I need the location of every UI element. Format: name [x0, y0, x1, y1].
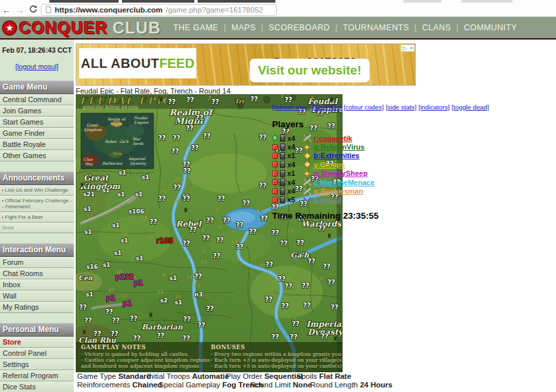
- territory-fog[interactable]: ??: [236, 221, 244, 229]
- territory-fog[interactable]: ??: [321, 333, 329, 340]
- player-link-s-mosul[interactable]: s:mosul: [314, 196, 341, 204]
- castle-icon[interactable]: ♜: [82, 329, 87, 335]
- territory-fog[interactable]: ??: [213, 252, 221, 260]
- territory-fog[interactable]: ??: [260, 215, 268, 222]
- sidebar-item-battle-royale[interactable]: Battle Royale: [0, 139, 74, 150]
- territory-fog[interactable]: ??: [182, 195, 190, 202]
- territory-fog[interactable]: ??: [105, 308, 113, 316]
- territory-fog[interactable]: ??: [206, 305, 214, 312]
- territory-fog[interactable]: ??: [217, 195, 225, 202]
- territory-fog[interactable]: ??: [182, 335, 190, 342]
- territory-fog[interactable]: ??: [211, 98, 219, 105]
- castle-icon[interactable]: ♜: [158, 96, 163, 103]
- territory-fog[interactable]: ??: [79, 304, 87, 311]
- territory-fog[interactable]: ??: [216, 237, 224, 244]
- territory-troops[interactable]: s1: [121, 237, 128, 244]
- sidebar-item-wall[interactable]: Wall: [0, 291, 74, 302]
- territory-fog[interactable]: ??: [285, 283, 292, 290]
- nav-clans[interactable]: CLANS: [409, 23, 451, 32]
- territory-troops[interactable]: s1: [114, 250, 122, 256]
- nav-maps[interactable]: MAPS: [218, 23, 256, 32]
- territory-troops[interactable]: s1: [86, 291, 94, 298]
- sidebar-item-settings[interactable]: Settings: [0, 359, 74, 370]
- territory-fog[interactable]: ??: [259, 134, 267, 141]
- territory-troops-colored[interactable]: p1: [106, 294, 115, 302]
- link-map-size[interactable]: [map size]: [312, 103, 342, 111]
- territory-troops[interactable]: s1: [84, 229, 92, 235]
- player-link-o-rockiesman[interactable]: o:Rockiesman: [314, 187, 363, 195]
- logout-link[interactable]: [logout mosul]: [0, 63, 74, 70]
- link-side-stats[interactable]: [side stats]: [385, 103, 416, 111]
- territory-fog[interactable]: ??: [290, 333, 298, 341]
- player-link-g-belgianvirus[interactable]: g:BelgianVirus: [314, 143, 364, 151]
- sidebar-item-fight-for-a-beer[interactable]: ▪Fight For a Beer: [0, 212, 74, 223]
- player-link-b-extremities[interactable]: b:Extremities: [314, 152, 360, 159]
- territory-troops[interactable]: s16: [86, 264, 98, 270]
- site-logo[interactable]: ★ CONQUER CLUB: [2, 18, 161, 38]
- territory-fog[interactable]: ??: [331, 304, 339, 311]
- territory-troops[interactable]: s1: [102, 187, 110, 194]
- territory-troops[interactable]: s1: [119, 169, 126, 176]
- territory-troops-colored[interactable]: p1: [134, 279, 143, 287]
- ad-cta-button[interactable]: Visit our website!: [250, 59, 370, 82]
- player-link-y-gloops[interactable]: y:Gloops: [314, 161, 345, 169]
- territory-fog[interactable]: ??: [158, 134, 166, 142]
- territory-fog[interactable]: ??: [278, 275, 286, 283]
- territory-fog[interactable]: ??: [130, 315, 138, 322]
- sidebar-item-inbox[interactable]: Inbox: [0, 279, 74, 291]
- forward-icon[interactable]: →: [13, 3, 26, 16]
- sidebar-item-referral-program[interactable]: Referral Program: [0, 370, 74, 381]
- territory-fog[interactable]: ??: [323, 263, 331, 270]
- sidebar-item-lick-us-and-win-challenge[interactable]: ▪Lick Us and Win Challenge: [0, 185, 74, 196]
- sidebar-item-start-games[interactable]: Start Games: [0, 117, 74, 128]
- castle-icon[interactable]: ♜: [80, 182, 85, 188]
- territory-troops-colored[interactable]: p132: [115, 273, 134, 281]
- nav-community[interactable]: COMMUNITY: [451, 23, 516, 32]
- sidebar-item-more[interactable]: More: [0, 223, 74, 233]
- castle-icon[interactable]: ♜: [327, 233, 332, 239]
- territory-fog[interactable]: ??: [183, 167, 191, 175]
- territory-troops[interactable]: s106: [128, 208, 144, 215]
- territory-fog[interactable]: ??: [94, 330, 101, 337]
- url-bar[interactable]: https://www.conquerclub.com/game.php?gam…: [41, 4, 277, 16]
- territory-fog[interactable]: ??: [281, 302, 289, 310]
- territory-troops[interactable]: s1: [112, 222, 120, 229]
- player-link-p-sneakysheep[interactable]: p:SneakySheep: [314, 169, 368, 177]
- territory-fog[interactable]: ??: [168, 98, 176, 105]
- territory-fog[interactable]: ??: [133, 335, 141, 342]
- nav-scoreboard[interactable]: SCOREBOARD: [256, 23, 330, 32]
- territory-fog[interactable]: ??: [250, 96, 258, 103]
- territory-fog[interactable]: ??: [265, 296, 273, 303]
- territory-fog[interactable]: ??: [186, 125, 194, 132]
- territory-fog[interactable]: ??: [182, 240, 190, 247]
- territory-fog[interactable]: ??: [318, 225, 326, 232]
- link-indicators[interactable]: [indicators]: [418, 103, 449, 111]
- territory-fog[interactable]: ??: [111, 330, 119, 337]
- territory-troops[interactable]: s21: [83, 191, 95, 198]
- territory-fog[interactable]: ??: [265, 261, 273, 268]
- territory-fog[interactable]: ??: [203, 132, 211, 140]
- adchoices-icon[interactable]: ▷: [401, 45, 408, 51]
- territory-fog[interactable]: ??: [84, 317, 92, 324]
- ad-close-icon[interactable]: ×: [408, 45, 414, 51]
- nav-the-game[interactable]: THE GAME: [173, 23, 218, 32]
- territory-fog[interactable]: ??: [191, 144, 199, 152]
- sidebar-item-official-february-challenge-febe[interactable]: ▪Official February Challenge -- Febenari…: [0, 196, 74, 212]
- castle-icon[interactable]: ♜: [183, 207, 188, 213]
- territory-fog[interactable]: ??: [303, 302, 311, 309]
- territory-troops[interactable]: n3: [194, 291, 203, 298]
- territory-fog[interactable]: ??: [271, 333, 279, 341]
- territory-fog[interactable]: ??: [183, 316, 191, 323]
- sidebar-item-central-command[interactable]: Central Command: [0, 94, 74, 105]
- territory-fog[interactable]: ??: [157, 332, 165, 339]
- territory-troops[interactable]: s1: [175, 299, 182, 306]
- sidebar-item-other-games[interactable]: Other Games: [0, 150, 74, 161]
- territory-troops[interactable]: s1: [136, 255, 144, 262]
- territory-fog[interactable]: ??: [189, 226, 197, 233]
- territory-fog[interactable]: ??: [206, 217, 214, 224]
- sidebar-item-my-ratings[interactable]: My Ratings: [0, 302, 74, 313]
- castle-icon[interactable]: ♜: [148, 312, 153, 318]
- territory-fog[interactable]: ??: [223, 217, 231, 224]
- castle-icon[interactable]: ♜: [333, 335, 338, 342]
- reload-icon[interactable]: [26, 3, 40, 16]
